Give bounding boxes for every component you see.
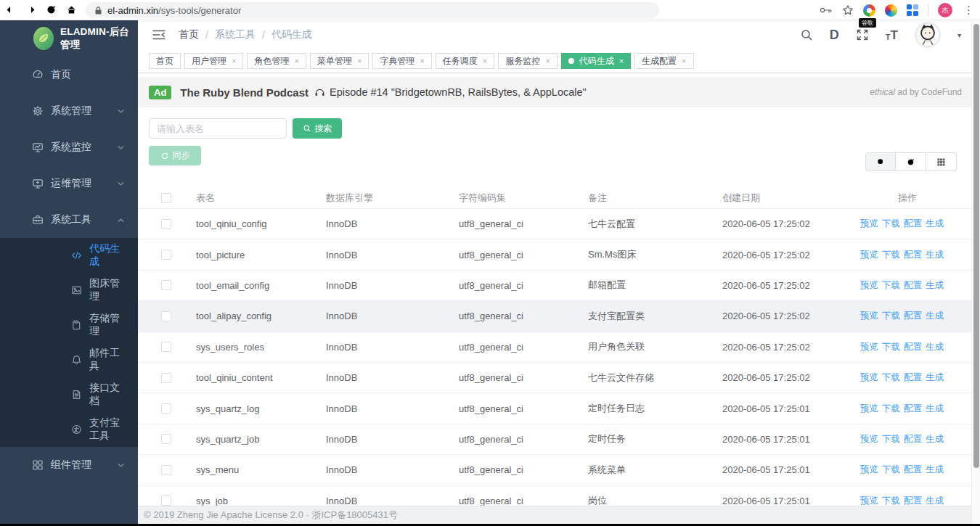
sidebar-item-系统工具[interactable]: 系统工具 xyxy=(0,202,138,238)
browser-forward-icon[interactable] xyxy=(20,1,41,19)
row-checkbox[interactable] xyxy=(161,434,171,444)
font-size-icon[interactable]: TT xyxy=(886,29,898,41)
tab-close-icon[interactable]: × xyxy=(619,57,624,65)
action-link-生成[interactable]: 生成 xyxy=(926,403,944,415)
action-link-下载[interactable]: 下载 xyxy=(882,403,900,415)
row-checkbox[interactable] xyxy=(161,403,171,414)
tab-close-icon[interactable]: × xyxy=(420,57,424,65)
table-name-search-input[interactable] xyxy=(149,118,287,139)
sidebar-item-组件管理[interactable]: 组件管理 xyxy=(0,447,138,483)
action-link-生成[interactable]: 生成 xyxy=(926,218,944,230)
tab-代码生成[interactable]: 代码生成× xyxy=(561,53,631,69)
sidebar-item-图床管理[interactable]: 图床管理 xyxy=(0,273,138,308)
tab-服务监控[interactable]: 服务监控× xyxy=(498,53,557,69)
action-link-下载[interactable]: 下载 xyxy=(882,341,900,353)
google-extension-icon[interactable]: 谷歌 xyxy=(863,4,875,17)
tab-角色管理[interactable]: 角色管理× xyxy=(247,53,306,69)
bookmark-star-icon[interactable] xyxy=(842,4,854,16)
app-logo[interactable]: ELADMIN-后台管理 xyxy=(0,20,138,57)
sidebar-item-系统管理[interactable]: 系统管理 xyxy=(0,93,138,129)
tab-用户管理[interactable]: 用户管理× xyxy=(184,53,243,69)
row-checkbox[interactable] xyxy=(161,219,171,229)
docs-icon[interactable]: D xyxy=(830,28,839,41)
toolbar-columns-icon[interactable] xyxy=(926,152,957,171)
colorful-extension-icon[interactable] xyxy=(885,4,897,17)
breadcrumb-item[interactable]: 首页 xyxy=(179,28,199,41)
avatar-dropdown-caret-icon[interactable]: ▾ xyxy=(957,31,961,39)
row-checkbox[interactable] xyxy=(161,465,171,475)
tab-生成配置[interactable]: 生成配置× xyxy=(634,53,693,69)
action-link-配置[interactable]: 配置 xyxy=(904,218,922,230)
sidebar-item-首页[interactable]: 首页 xyxy=(0,57,138,93)
browser-home-icon[interactable] xyxy=(61,1,81,19)
ad-title[interactable]: The Ruby Blend Podcast xyxy=(180,86,309,99)
tab-菜单管理[interactable]: 菜单管理× xyxy=(310,53,369,69)
toolbar-refresh-icon[interactable] xyxy=(896,152,926,171)
action-link-预览[interactable]: 预览 xyxy=(860,218,878,230)
row-checkbox[interactable] xyxy=(161,342,171,352)
sidebar-item-运维管理[interactable]: 运维管理 xyxy=(0,165,138,202)
tab-close-icon[interactable]: × xyxy=(545,57,550,65)
action-link-配置[interactable]: 配置 xyxy=(904,403,922,415)
key-icon[interactable] xyxy=(820,7,833,14)
sidebar-item-接口文档[interactable]: 接口文档 xyxy=(0,377,138,412)
tab-任务调度[interactable]: 任务调度× xyxy=(436,53,494,69)
sidebar-collapse-icon[interactable] xyxy=(152,30,166,40)
sync-button[interactable]: 同步 xyxy=(149,146,201,165)
action-link-预览[interactable]: 预览 xyxy=(860,310,878,322)
header-search-icon[interactable] xyxy=(800,28,813,41)
action-link-下载[interactable]: 下载 xyxy=(882,218,900,230)
sidebar-item-支付宝工具[interactable]: 支付宝工具 xyxy=(0,412,138,447)
action-link-预览[interactable]: 预览 xyxy=(860,341,878,353)
scrollbar-thumb[interactable] xyxy=(973,24,979,468)
fullscreen-icon[interactable] xyxy=(856,28,869,41)
action-link-下载[interactable]: 下载 xyxy=(882,310,900,322)
tab-close-icon[interactable]: × xyxy=(682,57,686,65)
action-link-配置[interactable]: 配置 xyxy=(904,279,922,292)
user-avatar[interactable] xyxy=(915,22,941,48)
ad-badge[interactable]: Ad xyxy=(149,86,171,99)
tab-字典管理[interactable]: 字典管理× xyxy=(372,53,431,69)
browser-menu-icon[interactable]: ⋮ xyxy=(962,4,976,17)
action-link-配置[interactable]: 配置 xyxy=(904,371,922,384)
action-link-生成[interactable]: 生成 xyxy=(926,279,944,292)
action-link-配置[interactable]: 配置 xyxy=(904,341,922,353)
action-link-下载[interactable]: 下载 xyxy=(882,371,900,384)
row-checkbox[interactable] xyxy=(161,250,171,260)
action-link-配置[interactable]: 配置 xyxy=(904,433,922,445)
row-checkbox[interactable] xyxy=(161,496,171,506)
action-link-下载[interactable]: 下载 xyxy=(882,433,900,445)
breadcrumb-item[interactable]: 代码生成 xyxy=(271,28,312,41)
action-link-预览[interactable]: 预览 xyxy=(860,371,878,384)
action-link-生成[interactable]: 生成 xyxy=(926,341,944,353)
action-link-下载[interactable]: 下载 xyxy=(882,249,900,261)
page-scrollbar[interactable] xyxy=(971,20,980,524)
action-link-配置[interactable]: 配置 xyxy=(904,310,922,322)
action-link-预览[interactable]: 预览 xyxy=(860,279,878,292)
browser-profile-avatar[interactable]: 杰 xyxy=(938,3,952,17)
apps-extension-icon[interactable] xyxy=(907,4,918,16)
browser-back-icon[interactable] xyxy=(0,1,20,19)
action-link-预览[interactable]: 预览 xyxy=(860,433,878,445)
action-link-配置[interactable]: 配置 xyxy=(904,249,922,261)
search-button[interactable]: 搜索 xyxy=(293,118,342,139)
ad-episode-text[interactable]: Episode #14 "BridgetownRB, RailsBytes, &… xyxy=(330,86,587,98)
action-link-生成[interactable]: 生成 xyxy=(926,310,944,322)
action-link-下载[interactable]: 下载 xyxy=(882,464,900,476)
action-link-配置[interactable]: 配置 xyxy=(904,464,922,476)
action-link-生成[interactable]: 生成 xyxy=(926,464,944,476)
action-link-下载[interactable]: 下载 xyxy=(882,279,900,292)
breadcrumb-item[interactable]: 系统工具 xyxy=(215,28,256,41)
action-link-生成[interactable]: 生成 xyxy=(926,249,944,261)
row-checkbox[interactable] xyxy=(161,280,171,290)
action-link-生成[interactable]: 生成 xyxy=(926,371,944,384)
sidebar-item-邮件工具[interactable]: 邮件工具 xyxy=(0,342,138,377)
action-link-生成[interactable]: 生成 xyxy=(926,433,944,445)
action-link-预览[interactable]: 预览 xyxy=(860,249,878,261)
sidebar-item-存储管理[interactable]: 存储管理 xyxy=(0,308,138,342)
browser-address-bar[interactable]: el-admin.xin/sys-tools/generator xyxy=(86,2,659,18)
select-all-checkbox[interactable] xyxy=(161,193,171,203)
action-link-预览[interactable]: 预览 xyxy=(860,403,878,415)
row-checkbox[interactable] xyxy=(161,311,171,321)
tab-close-icon[interactable]: × xyxy=(357,57,362,65)
